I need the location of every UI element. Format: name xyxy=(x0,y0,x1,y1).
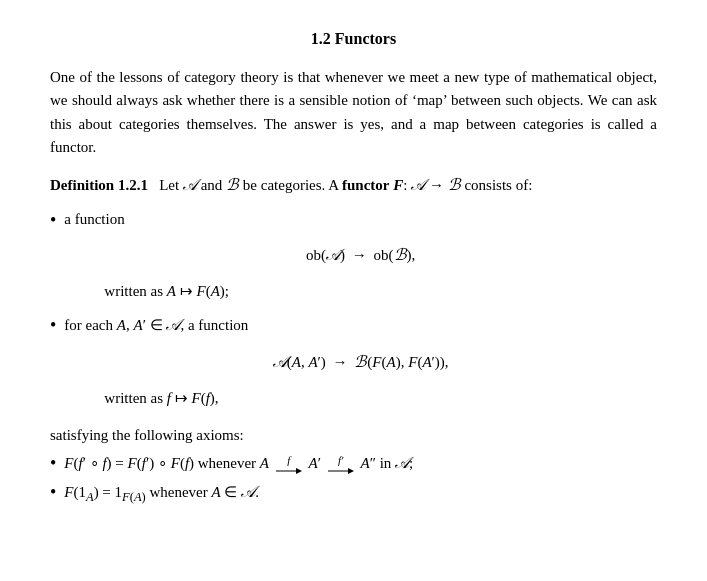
display-math-hom: 𝒜(A, A′) → ℬ(F(A), F(A′)), xyxy=(64,350,657,375)
bullet-content-1: a function ob(𝒜) → ob(ℬ), written as A ↦… xyxy=(64,208,657,309)
satisfying-text: satisfying the following axioms: xyxy=(50,427,244,443)
bullet-dot-axiom-1: • xyxy=(50,451,56,476)
arrow-shaft-f xyxy=(276,467,302,475)
axiom-item-2: • F(1A) = 1F(A) whenever A ∈ 𝒜. xyxy=(50,480,657,507)
bullet-dot-1: • xyxy=(50,208,56,233)
intro-paragraph: One of the lessons of category theory is… xyxy=(50,66,657,159)
F-axiom1: F xyxy=(64,455,73,471)
ob-A: 𝒜 xyxy=(326,246,340,263)
A-axiom1: A xyxy=(260,455,269,471)
arrow-shaft-fprime xyxy=(328,467,354,475)
mapsto-2: ↦ xyxy=(175,390,192,406)
hom-A-script: 𝒜 xyxy=(273,353,287,370)
category-B-def: ℬ xyxy=(448,176,461,193)
bullet-dot-2: • xyxy=(50,313,56,338)
svg-marker-1 xyxy=(296,468,302,474)
hom-B-script: ℬ xyxy=(354,353,367,370)
arrow-svg-f xyxy=(276,467,302,475)
hom-FA-prime: F xyxy=(408,354,417,370)
arrow-svg-fprime xyxy=(328,467,354,475)
bullet-item-foreach: • for each A, A′ ∈ 𝒜, a function 𝒜(A, A′… xyxy=(50,313,657,416)
A-axiom2: A xyxy=(212,484,221,500)
display-math-ob: ob(𝒜) → ob(ℬ), xyxy=(64,243,657,268)
bullet-text-1: a function xyxy=(64,211,124,227)
axiom-content-1: F(f′ ∘ f) = F(f′) ∘ F(f) whenever A f A′ xyxy=(64,451,657,476)
satisfying-line: satisfying the following axioms: xyxy=(50,424,657,447)
hom-A-arg: A xyxy=(292,354,301,370)
FA-italic: F xyxy=(196,283,205,299)
section-title: 1.2 Functors xyxy=(50,30,657,48)
category-A-def: 𝒜 xyxy=(411,176,425,193)
definition-label: Definition 1.2.1 xyxy=(50,177,148,193)
written-as-f: written as f ↦ F(f), xyxy=(104,387,657,410)
hom-A-prime: A xyxy=(308,354,317,370)
arrow-hom: → xyxy=(333,351,348,374)
f-arg: f xyxy=(206,390,210,406)
bullet-item-function: • a function ob(𝒜) → ob(ℬ), written as A… xyxy=(50,208,657,309)
axiom-item-1: • F(f′ ∘ f) = F(f′) ∘ F(f) whenever A f … xyxy=(50,451,657,476)
section-container: 1.2 Functors One of the lessons of categ… xyxy=(50,30,657,508)
labeled-arrow-f: f xyxy=(276,455,302,475)
A-arg: A xyxy=(211,283,220,299)
A-script-axiom2: 𝒜 xyxy=(241,483,255,500)
arrow-ob: → xyxy=(352,244,367,267)
consists-text: consists xyxy=(464,177,512,193)
written-as-A: written as A ↦ F(A); xyxy=(104,280,657,303)
ob-B: ℬ xyxy=(394,246,407,263)
mapsto-1: ↦ xyxy=(180,283,197,299)
A-double-prime-axiom1: A xyxy=(360,455,369,471)
bullet-content-2: for each A, A′ ∈ 𝒜, a function 𝒜(A, A′) … xyxy=(64,313,657,416)
category-B-script: ℬ xyxy=(226,176,239,193)
axiom-content-2: F(1A) = 1F(A) whenever A ∈ 𝒜. xyxy=(64,480,657,507)
bullet-dot-axiom-2: • xyxy=(50,480,56,505)
hom-FA: F xyxy=(372,354,381,370)
arrow-label-fprime: f′ xyxy=(338,455,343,466)
Ff-italic: F xyxy=(191,390,200,406)
labeled-arrow-fprime: f′ xyxy=(328,455,354,475)
F-bold: F xyxy=(393,177,403,193)
A-prime-axiom1: A xyxy=(309,455,318,471)
function-text: function xyxy=(198,317,248,333)
A-script-axiom1: 𝒜 xyxy=(395,454,409,471)
functor-bold-label: functor xyxy=(342,177,390,193)
bullet-list: • a function ob(𝒜) → ob(ℬ), written as A… xyxy=(50,208,657,416)
arrow-label-f: f xyxy=(287,455,290,466)
definition-block: Definition 1.2.1 Let 𝒜 and ℬ be categori… xyxy=(50,173,657,198)
A-italic: A xyxy=(167,283,176,299)
category-A-script: 𝒜 xyxy=(183,176,197,193)
svg-marker-3 xyxy=(348,468,354,474)
bullet-text-2: for each A, A′ ∈ 𝒜, a function xyxy=(64,317,248,333)
F-axiom2: F xyxy=(64,484,73,500)
axioms-list: • F(f′ ∘ f) = F(f′) ∘ F(f) whenever A f … xyxy=(50,451,657,508)
f-italic: f xyxy=(167,390,171,406)
